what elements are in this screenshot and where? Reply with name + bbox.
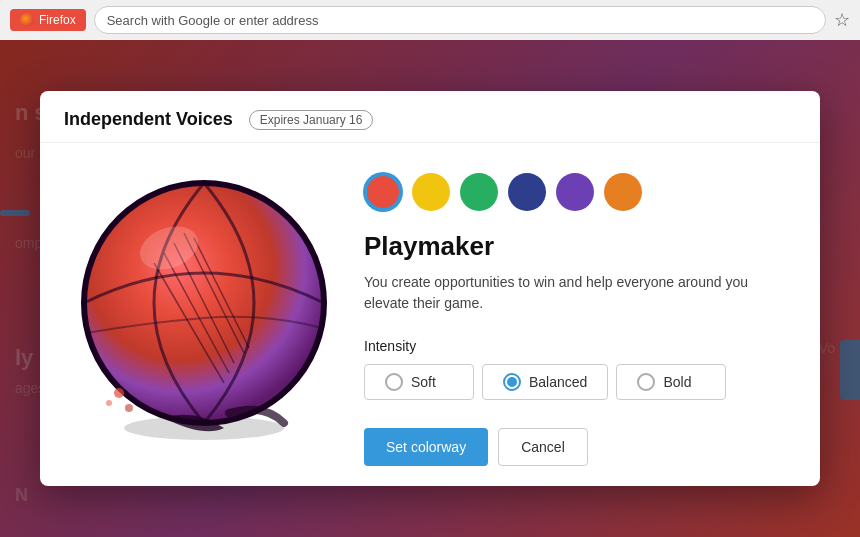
firefox-label: Firefox	[39, 13, 76, 27]
intensity-balanced-label: Balanced	[529, 374, 587, 390]
modal-body: Playmaker You create opportunities to wi…	[40, 143, 820, 486]
basketball-svg	[74, 163, 334, 443]
intensity-bold[interactable]: Bold	[616, 364, 726, 400]
browser-chrome: Firefox Search with Google or enter addr…	[0, 0, 860, 40]
action-buttons: Set colorway Cancel	[364, 428, 796, 466]
svg-point-11	[125, 404, 133, 412]
swatch-dark-blue[interactable]	[508, 173, 546, 211]
radio-bold	[637, 373, 655, 391]
radio-balanced-inner	[507, 377, 517, 387]
expires-badge: Expires January 16	[249, 110, 374, 130]
swatch-orange[interactable]	[604, 173, 642, 211]
svg-point-9	[114, 388, 124, 398]
swatch-yellow[interactable]	[412, 173, 450, 211]
firefox-menu-button[interactable]: Firefox	[10, 9, 86, 31]
intensity-label: Intensity	[364, 338, 796, 354]
intensity-options: Soft Balanced Bold	[364, 364, 796, 400]
intensity-balanced[interactable]: Balanced	[482, 364, 608, 400]
basketball-illustration	[64, 163, 344, 443]
address-placeholder: Search with Google or enter address	[107, 13, 319, 28]
svg-point-10	[106, 400, 112, 406]
radio-soft	[385, 373, 403, 391]
address-bar[interactable]: Search with Google or enter address	[94, 6, 826, 34]
intensity-soft[interactable]: Soft	[364, 364, 474, 400]
modal-title: Independent Voices	[64, 109, 233, 130]
intensity-soft-label: Soft	[411, 374, 436, 390]
modal-header: Independent Voices Expires January 16	[40, 91, 820, 143]
intensity-bold-label: Bold	[663, 374, 691, 390]
swatch-green[interactable]	[460, 173, 498, 211]
firefox-icon	[20, 13, 34, 27]
modal-overlay: Independent Voices Expires January 16	[0, 40, 860, 537]
theme-description: You create opportunities to win and help…	[364, 272, 754, 314]
right-content: Playmaker You create opportunities to wi…	[364, 163, 796, 466]
cancel-button[interactable]: Cancel	[498, 428, 588, 466]
set-colorway-button[interactable]: Set colorway	[364, 428, 488, 466]
colorway-modal: Independent Voices Expires January 16	[40, 91, 820, 486]
bookmark-button[interactable]: ☆	[834, 9, 850, 31]
swatch-red[interactable]	[364, 173, 402, 211]
color-swatches	[364, 173, 796, 211]
swatch-purple[interactable]	[556, 173, 594, 211]
theme-name: Playmaker	[364, 231, 796, 262]
radio-balanced	[503, 373, 521, 391]
